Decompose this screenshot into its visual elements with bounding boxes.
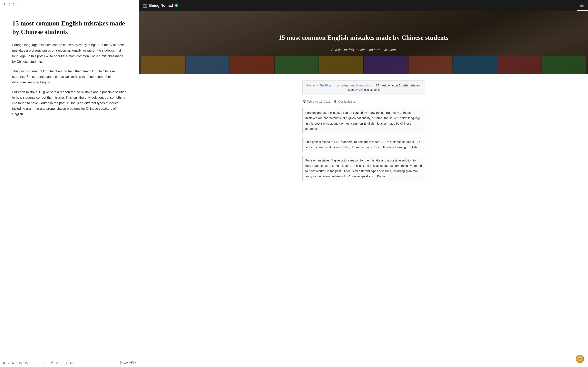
link-button[interactable]: 🔗 xyxy=(49,361,54,365)
post-author-label: Ola Jagielska xyxy=(338,100,355,103)
logo-text: Being Nomad xyxy=(149,3,173,8)
editor-content: 15 most common English mistakes made by … xyxy=(0,9,139,358)
author-icon: 👤 xyxy=(334,100,337,103)
separator1: » xyxy=(316,84,318,87)
right-preview-panel: ✓ ⌨ 📋 📷 Being Nomad 🌍 ☰ xyxy=(139,0,588,367)
hero-title: 15 most common English mistakes made by … xyxy=(278,33,448,42)
underline-button[interactable]: U xyxy=(11,361,15,365)
text-button[interactable]: T xyxy=(60,361,63,365)
article-paragraph-1: Foreign language mistakes can be caused … xyxy=(302,108,425,133)
editor-bottom-toolbar: B I U H1 H2 “ ≡ ⋮ 🔗 A T S ⊡ ⏱ 129 单词 ▾ xyxy=(0,358,139,367)
divider xyxy=(17,361,17,364)
left-editor-panel: ↺ ⤴ ⛶ ··· 15 most common English mistake… xyxy=(0,0,139,367)
heading1-button[interactable]: H1 xyxy=(18,361,23,365)
editor-top-toolbar: ↺ ⤴ ⛶ ··· xyxy=(0,0,139,9)
user-avatar-button[interactable]: 😊 xyxy=(576,355,584,363)
divider2 xyxy=(31,361,31,364)
article-paragraph-1: Foreign language mistakes can be caused … xyxy=(12,42,127,64)
italic-button[interactable]: I xyxy=(8,360,10,365)
fullscreen-icon[interactable]: ⛶ xyxy=(13,3,17,6)
breadcrumb-category[interactable]: Languages and Interactions xyxy=(336,84,371,87)
share-icon[interactable]: ⤴ xyxy=(8,3,10,6)
article-paragraph-3: For each mistake, I'll give both a reaso… xyxy=(12,89,127,117)
separator2: » xyxy=(333,84,334,87)
clock-icon: ⏱ xyxy=(120,361,122,364)
hero-section: 15 most common English mistakes made by … xyxy=(139,11,588,74)
refresh-icon[interactable]: ↺ xyxy=(2,2,5,6)
hero-overlay: 15 most common English mistakes made by … xyxy=(139,11,588,74)
breadcrumb-home[interactable]: Home xyxy=(307,84,315,87)
underline2-button[interactable]: A xyxy=(55,361,59,365)
heading2-button[interactable]: H2 xyxy=(25,361,29,365)
article-paragraph-2: This post is aimed at ESL teachers, to h… xyxy=(302,137,425,152)
post-date: 📅 February 17, 2019 xyxy=(302,100,330,103)
blog-navbar: 📷 Being Nomad 🌍 ☰ xyxy=(139,0,588,11)
hero-subtitle: And tips for ESL teachers on how to fix … xyxy=(331,48,396,52)
word-count-area: ⏱ 129 单词 ▾ xyxy=(120,361,136,365)
divider3 xyxy=(47,361,47,364)
quote-button[interactable]: “ xyxy=(33,361,35,365)
logo-icon2: 🌍 xyxy=(174,4,178,7)
post-date-label: February 17, 2019 xyxy=(307,100,330,103)
post-meta: 📅 February 17, 2019 👤 Ola Jagielska xyxy=(302,100,425,103)
website-content: 📷 Being Nomad 🌍 ☰ 15 xyxy=(139,0,588,367)
more-icon[interactable]: ··· xyxy=(20,3,22,6)
word-count-label: 129 单词 xyxy=(123,361,134,365)
list-number-button[interactable]: ⋮ xyxy=(41,361,45,365)
image-button[interactable]: ⊡ xyxy=(69,361,73,365)
list-bullet-button[interactable]: ≡ xyxy=(36,361,40,365)
separator3: » xyxy=(373,84,374,87)
breadcrumb-blog[interactable]: The Blog xyxy=(320,84,331,87)
bold-button[interactable]: B xyxy=(2,360,6,365)
dropdown-icon[interactable]: ▾ xyxy=(135,361,136,364)
strikethrough-button[interactable]: S xyxy=(65,361,68,365)
blog-logo: 📷 Being Nomad 🌍 xyxy=(143,3,178,8)
blog-article-content: Home » The Blog » Languages and Interact… xyxy=(298,74,429,191)
breadcrumb: Home » The Blog » Languages and Interact… xyxy=(302,80,425,95)
article-paragraph-3: For each mistake, I'll give both a reaso… xyxy=(302,156,425,181)
logo-icon: 📷 xyxy=(143,3,148,8)
post-author: 👤 Ola Jagielska xyxy=(334,100,355,103)
article-title: 15 most common English mistakes made by … xyxy=(12,19,127,36)
hamburger-menu-button[interactable]: ☰ xyxy=(580,3,584,8)
article-paragraph-2: This post is aimed at ESL teachers, to h… xyxy=(12,68,127,85)
calendar-icon: 📅 xyxy=(302,100,306,103)
